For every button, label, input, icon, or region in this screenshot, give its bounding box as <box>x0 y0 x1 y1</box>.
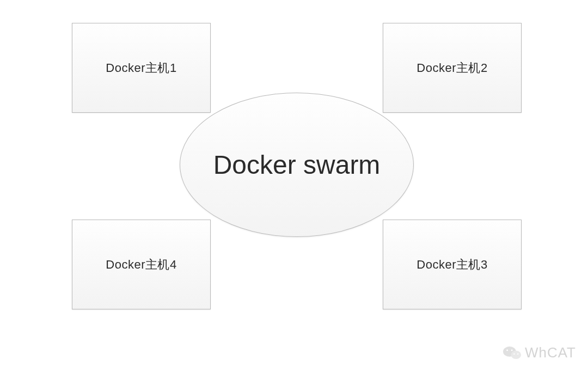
svg-point-4 <box>513 353 514 354</box>
wechat-icon <box>503 345 522 361</box>
host-label-1: Docker主机1 <box>106 60 176 76</box>
host-box-3: Docker主机3 <box>383 220 522 309</box>
svg-point-5 <box>517 353 518 354</box>
host-box-2: Docker主机2 <box>383 23 522 113</box>
swarm-center-label: Docker swarm <box>213 150 381 180</box>
watermark-text: WhCAT <box>525 344 576 361</box>
host-label-4: Docker主机4 <box>106 257 176 273</box>
host-label-2: Docker主机2 <box>416 60 487 76</box>
svg-point-1 <box>511 350 521 358</box>
host-box-4: Docker主机4 <box>72 220 211 309</box>
host-label-3: Docker主机3 <box>416 257 487 273</box>
host-box-1: Docker主机1 <box>72 23 211 113</box>
svg-point-2 <box>506 349 508 351</box>
svg-point-3 <box>511 349 513 351</box>
watermark: WhCAT <box>503 344 576 361</box>
swarm-center-ellipse: Docker swarm <box>180 93 414 237</box>
